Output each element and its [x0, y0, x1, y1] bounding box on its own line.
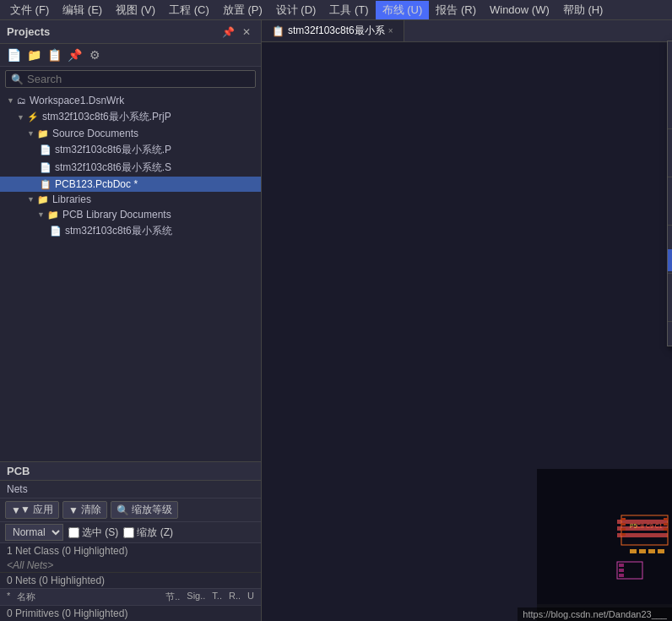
route-del-jump[interactable]: 删除子网络跳线 (V) [668, 297, 672, 319]
zoom-checkbox[interactable] [123, 527, 134, 538]
svg-text:C8 C9 C1: C8 C9 C1 [637, 523, 663, 529]
route-optimize[interactable]: 优化选中走线 (L) Ctrl+Alt+G [668, 131, 672, 153]
zoom-label: 缩放 (Z) [137, 526, 173, 540]
pcb-toolbar: ▼ ▼ 应用 ▼ 清除 🔍 缩放等级 [0, 498, 261, 522]
menu-bar: 文件 (F) 编辑 (E) 视图 (V) 工程 (C) 放置 (P) 设计 (D… [0, 0, 672, 20]
tree-libraries[interactable]: ▼ 📁 Libraries [0, 192, 261, 207]
route-interactive[interactable]: ∼ 交互式布线 (I) Ctrl+W [668, 61, 672, 83]
svg-rect-16 [658, 549, 664, 553]
status-bar: https://blog.csdn.net/Dandan23___ [518, 607, 672, 621]
col-jiedian: 节.. [165, 591, 180, 603]
route-dropdown[interactable]: ActiveRoute Shift+A ∼ 交互式布线 (I) Ctrl+W ≈… [667, 41, 672, 346]
net-class-text: 1 Net Class (0 Highlighted) [0, 543, 261, 558]
col-t: T.. [212, 591, 222, 603]
menu-tools[interactable]: 工具 (T) [322, 1, 375, 19]
pcb-row2: Normal 选中 (S) 缩放 (Z) [0, 522, 261, 543]
pcb-section: PCB Nets ▼ ▼ 应用 ▼ 清除 🔍 缩放等级 Normal [0, 461, 261, 621]
svg-rect-9 [621, 533, 626, 536]
svg-rect-14 [639, 549, 646, 553]
svg-rect-18 [619, 564, 624, 567]
menu-report[interactable]: 报告 (R) [429, 1, 483, 19]
col-u: U [247, 591, 254, 603]
settings-icon[interactable]: ⚙ [86, 46, 103, 63]
menu-file[interactable]: 文件 (F) [3, 1, 56, 19]
tree-pcb-lib-file[interactable]: 📄 stm32f103c8t6最小系统 [0, 222, 261, 240]
all-nets-text: <All Nets> [0, 558, 261, 572]
menu-route[interactable]: 布线 (U) [376, 1, 430, 19]
route-bus[interactable]: ≡ 交互式总线布线 (M) [668, 105, 672, 127]
pcb-header: PCB [0, 462, 261, 481]
canvas-tab-pcb[interactable]: 📋 stm32f103c8t6最小系 × [262, 20, 404, 41]
tree-project[interactable]: ▼ ⚡ stm32f103c8t6最小系统.PrjP [0, 108, 261, 126]
svg-rect-10 [664, 518, 668, 520]
pcb-visual: P5 C8 C9 C1 [537, 469, 672, 621]
svg-rect-19 [619, 569, 624, 572]
tree-source-docs[interactable]: ▼ 📁 Source Documents [0, 126, 261, 141]
select-checkbox-row: 选中 (S) [68, 526, 118, 540]
route-diff-length[interactable]: ∿ 差分对网络等长调节 (P) [668, 201, 672, 223]
main-layout: Projects 📌 ✕ 📄 📁 📋 📌 ⚙ 🔍 ▼ 🗂 Wor [0, 20, 672, 621]
route-unroute[interactable]: 取消布线 (U) ▶ [668, 324, 672, 346]
svg-rect-8 [621, 528, 626, 531]
tree-pcb-lib-docs[interactable]: ▼ 📁 PCB Library Documents [0, 207, 261, 222]
route-net-length[interactable]: ∿ 网络等长调节 (R) [668, 179, 672, 201]
clipboard-icon[interactable]: 📋 [46, 46, 62, 63]
tree-sch-file[interactable]: 📄 stm32f103c8t6最小系统.P [0, 141, 261, 159]
menu-help[interactable]: 帮助 (H) [556, 1, 610, 19]
search-icon: 🔍 [11, 74, 24, 85]
select-checkbox[interactable] [68, 527, 79, 538]
menu-project[interactable]: 工程 (C) [162, 1, 216, 19]
svg-rect-20 [619, 574, 624, 577]
tree-pcb-file[interactable]: 📋 PCB123.PcbDoc * [0, 177, 261, 192]
search-input[interactable] [27, 73, 250, 85]
sep4 [668, 273, 672, 274]
tree-s-file[interactable]: 📄 stm32f103c8t6最小系统.S [0, 159, 261, 177]
projects-header: Projects 📌 ✕ [0, 20, 261, 44]
route-return[interactable]: 返回所选项 (C) [668, 153, 672, 175]
route-autoroute[interactable]: 自动布线 (A) ▶ [668, 249, 672, 271]
menu-design[interactable]: 设计 (D) [269, 1, 323, 19]
projects-title: Projects [7, 25, 220, 38]
route-activeroute[interactable]: ActiveRoute Shift+A [668, 41, 672, 61]
new-doc-icon[interactable]: 📄 [5, 46, 22, 63]
tree-workspace[interactable]: ▼ 🗂 Workspace1.DsnWrk [0, 93, 261, 108]
col-star: * [7, 591, 10, 603]
file-tree: ▼ 🗂 Workspace1.DsnWrk ▼ ⚡ stm32f103c8t6最… [0, 91, 261, 461]
sep5 [668, 321, 672, 322]
svg-rect-12 [664, 528, 668, 531]
nets-header: Nets [0, 481, 261, 498]
zoom-checkbox-row: 缩放 (Z) [123, 526, 173, 540]
menu-view[interactable]: 视图 (V) [109, 1, 162, 19]
svg-rect-15 [648, 549, 655, 553]
menu-edit[interactable]: 编辑 (E) [56, 1, 109, 19]
projects-close-icon[interactable]: ✕ [239, 25, 254, 40]
projects-header-icons: 📌 ✕ [220, 25, 254, 40]
menu-window[interactable]: Window (W) [483, 2, 556, 18]
projects-pin-icon[interactable]: 📌 [220, 25, 236, 40]
normal-select[interactable]: Normal [5, 524, 63, 541]
projects-toolbar: 📄 📁 📋 📌 ⚙ [0, 44, 261, 67]
route-add-jump[interactable]: 添加子网络跳线 (D) [668, 275, 672, 297]
col-name: 名称 [17, 591, 35, 603]
canvas-tab-bar: 📋 stm32f103c8t6最小系 × [262, 20, 672, 42]
zoom-button[interactable]: 🔍 缩放等级 [111, 501, 178, 519]
right-area: 📋 stm32f103c8t6最小系 × [262, 20, 672, 621]
menu-place[interactable]: 放置 (P) [216, 1, 269, 19]
col-headers: * 名称 节.. Sig.. T.. R.. U [0, 588, 261, 606]
canvas-area: P5 C8 C9 C1 https://blog.csdn.net/Dandan… [262, 42, 672, 621]
apply-button[interactable]: ▼ ▼ 应用 [5, 501, 59, 519]
search-box: 🔍 [5, 70, 256, 88]
bookmark-icon[interactable]: 📌 [66, 46, 83, 63]
open-folder-icon[interactable]: 📁 [25, 46, 42, 63]
sep2 [668, 177, 672, 177]
primitives-count: 0 Primitives (0 Highlighted) [0, 606, 261, 621]
canvas-tab-close[interactable]: × [388, 26, 393, 35]
sep1 [668, 128, 672, 129]
tab-file-icon: 📋 [272, 25, 285, 37]
clear-button[interactable]: ▼ 清除 [62, 501, 107, 519]
route-diff-pair[interactable]: ≈ 交互式差分对布线 (I) [668, 83, 672, 105]
svg-rect-7 [621, 523, 626, 526]
route-fanout[interactable]: 扇出 (F) ▶ [668, 227, 672, 249]
clear-icon: ▼ [68, 504, 79, 516]
select-label: 选中 (S) [82, 526, 118, 540]
